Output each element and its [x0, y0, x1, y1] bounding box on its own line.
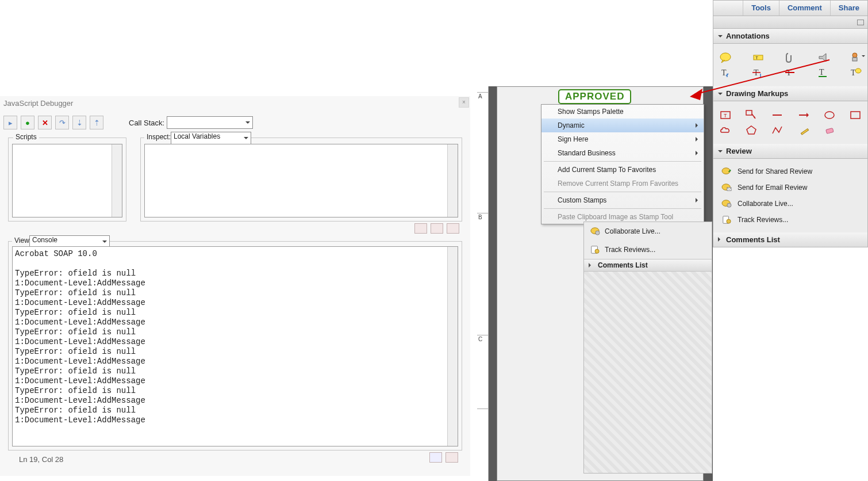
comments-list-header[interactable]: Comments List: [584, 259, 712, 272]
menu-sign-here[interactable]: Sign Here: [541, 132, 704, 146]
console-output[interactable]: Acrobat SOAP 10.0 TypeError: ofield is n…: [12, 246, 458, 446]
shared-review-icon: [721, 167, 732, 176]
svg-text:T: T: [851, 68, 856, 77]
collaborate-live[interactable]: Collaborate Live...: [719, 196, 862, 212]
send-email-review[interactable]: Send for Email Review: [719, 180, 862, 196]
send-shared-review[interactable]: Send for Shared Review: [719, 163, 862, 180]
svg-rect-27: [825, 128, 833, 134]
svg-point-34: [727, 219, 731, 223]
resume-button[interactable]: ▸: [3, 116, 17, 129]
menu-show-stamps-palette[interactable]: Show Stamps Palette: [541, 105, 704, 119]
oval-tool[interactable]: [823, 109, 836, 121]
collaborate-icon: [721, 199, 732, 208]
step-into-button[interactable]: ⇣: [72, 116, 86, 129]
menu-standard-business[interactable]: Standard Business: [541, 146, 704, 160]
svg-point-7: [852, 53, 857, 58]
record-audio-tool[interactable]: [817, 52, 829, 63]
callstack-dropdown[interactable]: [167, 116, 253, 129]
view-fieldset: View: Console Acrobat SOAP 10.0 TypeErro…: [8, 241, 462, 451]
step-out-button[interactable]: ⇡: [90, 116, 103, 129]
pencil-tool[interactable]: [797, 124, 810, 136]
sticky-note-tool[interactable]: [719, 52, 732, 63]
right-side-panel: Tools Comment Share Annotations T T T T …: [713, 0, 868, 481]
svg-point-4: [720, 53, 731, 61]
tab-comment[interactable]: Comment: [779, 1, 830, 16]
js-debugger-window: JavaScript Debugger × ▸ ● ✕ ↷ ⇣ ⇡ Call S…: [0, 96, 470, 476]
collaborate-icon: [590, 227, 600, 236]
svg-point-17: [855, 68, 861, 73]
rectangle-tool[interactable]: [849, 109, 862, 121]
collaborate-live-item[interactable]: Collaborate Live...: [584, 222, 712, 240]
close-button[interactable]: ×: [459, 97, 469, 108]
inspect-listbox[interactable]: [144, 144, 458, 217]
callout-tool[interactable]: [745, 109, 758, 121]
tab-share[interactable]: Share: [830, 1, 867, 16]
run-button[interactable]: ●: [21, 116, 34, 129]
inspect-tool-3[interactable]: [447, 223, 459, 234]
panel-options-strip[interactable]: [713, 16, 868, 29]
comments-list-body: [584, 272, 712, 473]
svg-point-23: [825, 112, 834, 119]
status-bar: Ln 19, Col 28: [19, 455, 63, 464]
strikethrough-tool[interactable]: T: [784, 67, 797, 78]
text-box-tool[interactable]: T: [719, 109, 732, 121]
step-over-button[interactable]: ↷: [55, 116, 69, 129]
stamp-tool[interactable]: [849, 52, 862, 63]
tab-tools[interactable]: Tools: [743, 1, 779, 16]
arrow-tool[interactable]: [797, 109, 810, 121]
svg-marker-25: [747, 126, 756, 134]
svg-point-3: [595, 249, 599, 253]
svg-rect-24: [851, 112, 860, 119]
track-icon: [721, 215, 732, 224]
svg-rect-26: [801, 129, 808, 135]
add-note-to-text-tool[interactable]: T: [849, 67, 862, 78]
review-sub-panel: Collaborate Live... Track Reviews... Com…: [583, 222, 712, 474]
document-area: A B C APPROVED Show Stamps Palette Dynam…: [489, 86, 713, 481]
connected-lines-tool[interactable]: [771, 124, 783, 136]
attach-file-tool[interactable]: [784, 52, 797, 63]
vertical-ruler: A B C: [477, 86, 489, 481]
svg-rect-8: [852, 58, 857, 61]
document-page[interactable]: APPROVED Show Stamps Palette Dynamic Sig…: [497, 86, 704, 481]
review-body: Send for Shared Review Send for Email Re…: [713, 159, 868, 232]
eraser-tool[interactable]: [823, 124, 836, 136]
highlight-tool[interactable]: T: [752, 52, 765, 63]
menu-dynamic[interactable]: Dynamic: [541, 119, 704, 132]
menu-remove-favorite: Remove Current Stamp From Favorites: [541, 177, 704, 190]
underline-tool[interactable]: T: [817, 67, 829, 78]
stop-button[interactable]: ✕: [38, 116, 52, 129]
console-trash-button[interactable]: [445, 452, 458, 463]
inspect-tool-2[interactable]: [431, 223, 443, 234]
menu-separator: [544, 192, 701, 192]
polygon-tool[interactable]: [745, 124, 758, 136]
window-title: JavaScript Debugger: [0, 96, 470, 111]
svg-text:T: T: [755, 55, 758, 60]
cloud-tool[interactable]: [719, 124, 732, 136]
section-annotations[interactable]: Annotations: [713, 29, 868, 44]
scripts-fieldset: Scripts: [8, 138, 126, 222]
menu-separator: [544, 208, 701, 209]
section-comments[interactable]: Comments List: [713, 232, 868, 247]
menu-add-favorite[interactable]: Add Current Stamp To Favorites: [541, 163, 704, 177]
console-tool-1[interactable]: [429, 452, 442, 463]
svg-text:T: T: [724, 113, 727, 119]
email-review-icon: [721, 183, 732, 192]
track-reviews-item[interactable]: Track Reviews...: [584, 240, 712, 259]
scripts-legend: Scripts: [13, 133, 39, 141]
insert-text-tool[interactable]: T: [719, 67, 732, 78]
menu-custom-stamps[interactable]: Custom Stamps: [541, 193, 704, 207]
track-reviews[interactable]: Track Reviews...: [719, 212, 862, 228]
svg-text:T: T: [819, 68, 824, 77]
scripts-listbox[interactable]: [12, 144, 122, 217]
replace-text-tool[interactable]: T: [752, 67, 765, 78]
menu-separator: [544, 161, 701, 162]
svg-text:T: T: [721, 68, 727, 77]
track-icon: [590, 245, 600, 254]
section-review[interactable]: Review: [713, 144, 868, 159]
section-drawing[interactable]: Drawing Markups: [713, 86, 868, 101]
inspect-tool-1[interactable]: [414, 223, 427, 234]
inspect-legend: Inspect:: [144, 133, 173, 141]
approved-stamp[interactable]: APPROVED: [558, 89, 631, 104]
line-tool[interactable]: [771, 109, 783, 121]
inspect-dropdown[interactable]: Local Variables: [171, 132, 251, 144]
